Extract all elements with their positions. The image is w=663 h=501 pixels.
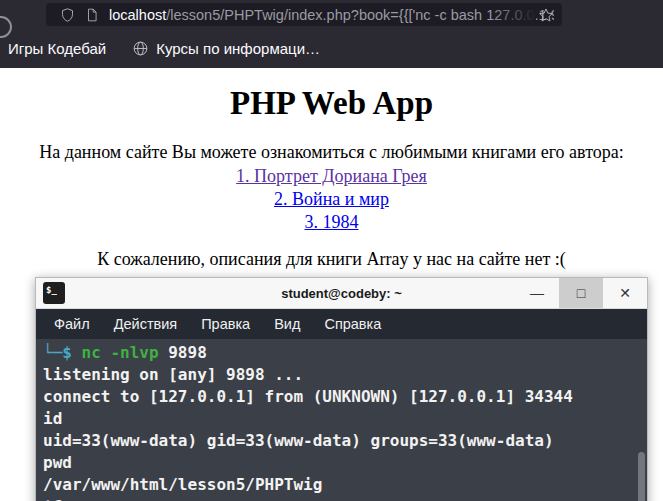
url-path: /lesson5/PHPTwig/index.php?book={{['nc -… [166, 7, 554, 23]
url-bar[interactable]: localhost/lesson5/PHPTwig/index.php?book… [46, 3, 562, 26]
close-icon[interactable]: ✕ [603, 278, 647, 308]
menu-view[interactable]: Вид [264, 313, 310, 335]
terminal-line: /var/www/html/lesson5/PHPTwig [43, 474, 647, 496]
window-controls: — □ ✕ [515, 278, 647, 308]
browser-chrome: localhost/lesson5/PHPTwig/index.php?book… [0, 0, 663, 68]
book-link-1984[interactable]: 3. 1984 [0, 211, 663, 234]
terminal-scrollbar[interactable] [638, 452, 645, 501]
page-icon[interactable] [85, 7, 99, 23]
bookmarks-bar: Игры Кодебай Курсы по информаци… [0, 28, 663, 68]
terminal-line: id [43, 408, 647, 430]
terminal-titlebar[interactable]: $_ student@codeby: ~ — □ ✕ [36, 278, 647, 309]
command-arg: 9898 [159, 343, 207, 362]
menu-edit[interactable]: Правка [191, 313, 260, 335]
bookmark-item-courses[interactable]: Курсы по информаци… [132, 40, 320, 57]
terminal-menubar: Файл Действия Правка Вид Справка [36, 309, 647, 339]
url-text[interactable]: localhost/lesson5/PHPTwig/index.php?book… [109, 7, 554, 23]
terminal-line: ^C [43, 496, 647, 501]
browser-toolbar: localhost/lesson5/PHPTwig/index.php?book… [0, 0, 663, 28]
book-link-dorian-gray[interactable]: 1. Портрет Дориана Грея [0, 165, 663, 188]
terminal-app-icon: $_ [43, 282, 65, 304]
bookmark-label: Игры Кодебай [8, 40, 106, 57]
terminal-line: connect to [127.0.0.1] from (UNKNOWN) [1… [43, 386, 647, 408]
maximize-icon[interactable]: □ [559, 278, 603, 308]
not-found-text: К сожалению, описания для книги Array у … [0, 249, 663, 270]
menu-help[interactable]: Справка [314, 313, 391, 335]
terminal-line: uid=33(www-data) gid=33(www-data) groups… [43, 430, 647, 452]
menu-file[interactable]: Файл [44, 313, 100, 335]
terminal-output[interactable]: └─$ nc -nlvp 9898 listening on [any] 989… [36, 339, 647, 501]
book-link-war-and-peace[interactable]: 2. Война и мир [0, 188, 663, 211]
bookmark-item-games[interactable]: Игры Кодебай [8, 40, 106, 57]
command-text: nc -nlvp [82, 343, 159, 362]
bookmark-star-icon[interactable] [538, 7, 554, 23]
terminal-line: pwd [43, 452, 647, 474]
bookmark-label: Курсы по информаци… [156, 40, 320, 57]
shell-prompt: └─$ [43, 343, 82, 362]
menu-actions[interactable]: Действия [104, 313, 188, 335]
minimize-icon[interactable]: — [515, 278, 559, 308]
intro-text: На данном сайте Вы можете ознакомиться с… [0, 142, 663, 163]
book-list: 1. Портрет Дориана Грея 2. Война и мир 3… [0, 165, 663, 234]
page-title: PHP Web App [0, 85, 663, 122]
shield-icon[interactable] [60, 7, 75, 23]
terminal-line: listening on [any] 9898 ... [43, 364, 647, 386]
terminal-line: └─$ nc -nlvp 9898 [43, 342, 647, 364]
url-domain: localhost [109, 7, 166, 23]
terminal-window: $_ student@codeby: ~ — □ ✕ Файл Действия… [35, 277, 648, 501]
globe-icon [132, 40, 149, 57]
